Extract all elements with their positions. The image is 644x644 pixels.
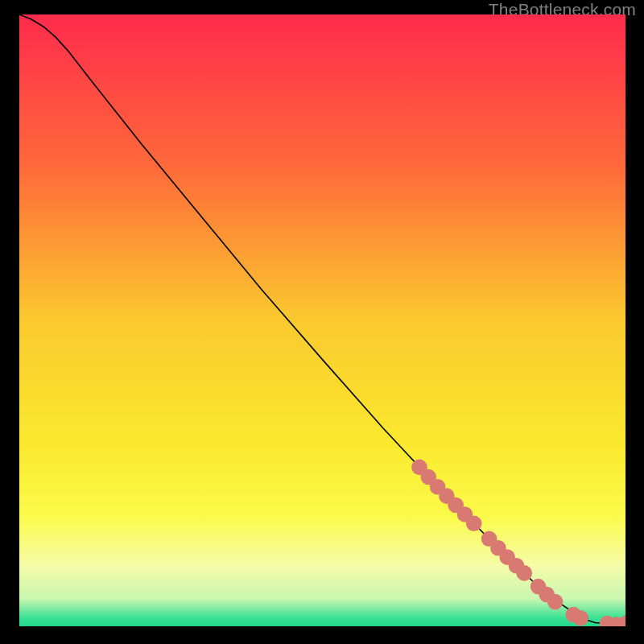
scatter-point: [572, 610, 588, 626]
plot-area: [19, 14, 625, 626]
scatter-point: [547, 594, 564, 610]
scatter-point: [516, 565, 532, 581]
chart-stage: TheBottleneck.com: [0, 0, 644, 644]
chart-svg: [19, 14, 625, 626]
scatter-point: [466, 516, 482, 532]
gradient-background: [19, 14, 625, 626]
